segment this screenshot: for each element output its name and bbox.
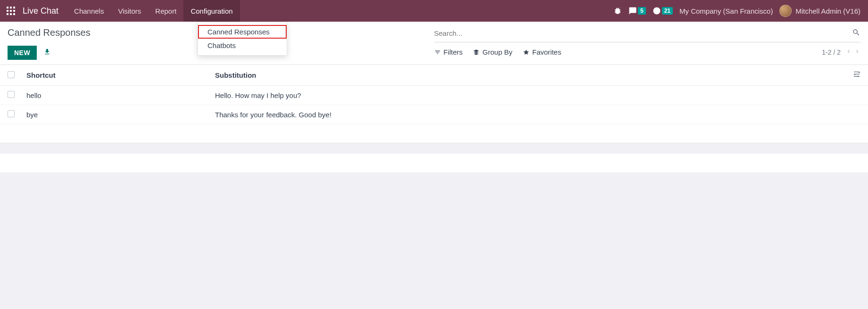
col-header-substitution[interactable]: Substitution <box>210 65 846 86</box>
cell-substitution: Hello. How may I help you? <box>210 86 846 105</box>
pager-text[interactable]: 1-2 / 2 <box>822 49 841 56</box>
nav-item-configuration[interactable]: Configuration <box>183 0 240 22</box>
search-icon[interactable] <box>852 28 860 39</box>
groupby-button[interactable]: Group By <box>473 48 512 56</box>
optional-columns-icon[interactable] <box>853 72 860 80</box>
cell-shortcut: hello <box>22 86 210 105</box>
svg-rect-8 <box>13 13 15 15</box>
activities-badge: 21 <box>662 7 673 15</box>
svg-rect-4 <box>10 10 12 12</box>
nav-item-visitors[interactable]: Visitors <box>111 0 148 22</box>
groupby-label: Group By <box>482 48 512 56</box>
control-panel: Canned Responses NEW Filters Group By <box>0 22 868 65</box>
messages-badge: 5 <box>638 7 646 15</box>
activities-icon[interactable]: 21 <box>653 7 673 15</box>
app-brand[interactable]: Live Chat <box>23 6 58 16</box>
svg-rect-1 <box>10 7 12 8</box>
svg-point-11 <box>857 76 859 77</box>
download-icon[interactable] <box>43 48 51 57</box>
list-table: Shortcut Substitution hello Hello. How m… <box>0 65 868 124</box>
nav-right: 5 21 My Company (San Francisco) Mitchell… <box>613 5 865 17</box>
filters-label: Filters <box>444 48 463 56</box>
search-row <box>434 27 861 42</box>
col-header-shortcut[interactable]: Shortcut <box>22 65 210 86</box>
user-menu[interactable]: Mitchell Admin (V16) <box>779 5 860 17</box>
nav-item-report[interactable]: Report <box>148 0 183 22</box>
cell-shortcut: bye <box>22 105 210 124</box>
dropdown-item-chatbots[interactable]: Chatbots <box>198 39 287 52</box>
apps-icon[interactable] <box>3 3 19 19</box>
svg-rect-2 <box>13 7 15 8</box>
svg-rect-3 <box>7 10 8 12</box>
debug-icon[interactable] <box>613 7 622 15</box>
favorites-button[interactable]: Favorites <box>523 48 562 56</box>
svg-point-9 <box>859 72 860 73</box>
svg-rect-5 <box>13 10 15 12</box>
nav-items: Channels Visitors Report Configuration <box>67 0 240 22</box>
select-all-checkbox[interactable] <box>8 71 15 78</box>
pager-next-icon[interactable] <box>854 48 860 56</box>
configuration-dropdown: Canned Responses Chatbots <box>198 22 287 56</box>
dropdown-item-canned-responses[interactable]: Canned Responses <box>198 25 287 39</box>
bottom-strip <box>0 154 868 172</box>
main-navbar: Live Chat Channels Visitors Report Confi… <box>0 0 868 22</box>
svg-rect-0 <box>7 7 8 8</box>
search-input[interactable] <box>434 27 852 39</box>
pager: 1-2 / 2 <box>822 48 860 56</box>
messages-icon[interactable]: 5 <box>628 7 646 15</box>
company-selector[interactable]: My Company (San Francisco) <box>679 7 773 15</box>
row-checkbox[interactable] <box>8 91 15 98</box>
row-checkbox[interactable] <box>8 110 15 117</box>
svg-point-10 <box>854 74 856 75</box>
toolbar-row: Filters Group By Favorites 1-2 / 2 <box>434 48 861 56</box>
svg-rect-6 <box>7 13 8 15</box>
new-button[interactable]: NEW <box>8 46 37 60</box>
svg-rect-7 <box>10 13 12 15</box>
pager-prev-icon[interactable] <box>845 48 852 56</box>
table-footer <box>0 124 868 143</box>
table-row[interactable]: bye Thanks for your feedback. Good bye! <box>0 105 868 124</box>
user-name: Mitchell Admin (V16) <box>795 7 860 15</box>
filters-button[interactable]: Filters <box>434 48 463 56</box>
control-panel-right: Filters Group By Favorites 1-2 / 2 <box>434 27 861 60</box>
table-row[interactable]: hello Hello. How may I help you? <box>0 86 868 105</box>
nav-item-channels[interactable]: Channels <box>67 0 111 22</box>
favorites-label: Favorites <box>532 48 562 56</box>
cell-substitution: Thanks for your feedback. Good bye! <box>210 105 846 124</box>
avatar <box>779 5 792 17</box>
